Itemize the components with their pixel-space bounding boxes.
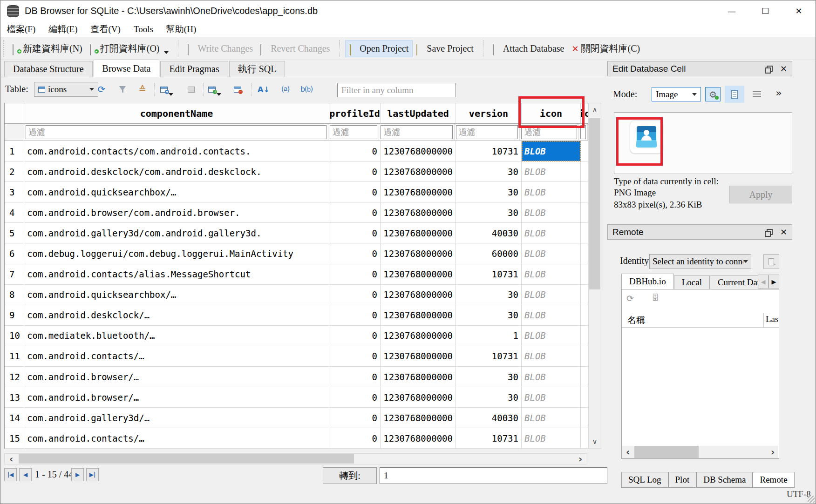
scroll-left-icon[interactable]: ‹	[5, 454, 18, 464]
cell-version[interactable]: 30	[456, 305, 522, 326]
cell-profileId[interactable]: 0	[329, 367, 381, 387]
column-header-componentName[interactable]: componentName	[24, 103, 329, 124]
apply-button[interactable]: Apply	[729, 186, 792, 203]
cell-profileId[interactable]: 0	[329, 243, 381, 264]
scroll-right-icon[interactable]: ›	[574, 454, 587, 464]
cell-icon[interactable]: BLOB	[522, 285, 581, 305]
filter-input[interactable]	[330, 125, 378, 139]
cell-icon[interactable]: BLOB	[522, 387, 581, 408]
vertical-scroll-thumb[interactable]	[589, 118, 600, 289]
filter-input[interactable]	[456, 125, 518, 139]
remote-horizontal-scrollbar[interactable]: ‹ ›	[622, 446, 778, 458]
tab-edit-pragmas[interactable]: Edit Pragmas	[160, 61, 228, 77]
cell-lastUpdated[interactable]: 1230768000000	[381, 182, 456, 202]
cell-version[interactable]: 10731	[456, 346, 522, 367]
word-wrap-button[interactable]	[749, 87, 764, 101]
cell-componentName[interactable]: com.android.gallery3d/com.android.galler…	[24, 223, 329, 243]
row-number[interactable]: 1	[5, 141, 24, 161]
column-header-version[interactable]: version	[456, 103, 522, 124]
cell-profileId[interactable]: 0	[329, 326, 381, 346]
print-button[interactable]	[183, 82, 199, 97]
cell-version[interactable]: 60000	[456, 243, 522, 264]
cell-icon[interactable]: BLOB	[522, 161, 581, 182]
row-number[interactable]: 8	[5, 285, 24, 305]
dock-tab-db-schema[interactable]: DB Schema	[696, 472, 753, 488]
horizontal-scroll-thumb[interactable]	[19, 454, 354, 464]
revert-changes-button[interactable]: Revert Changes	[257, 40, 333, 57]
row-number[interactable]: 15	[5, 428, 24, 449]
cell-icon[interactable]: BLOB	[522, 326, 581, 346]
cell-lastUpdated[interactable]: 1230768000000	[381, 367, 456, 387]
cell-componentName[interactable]: com.android.contacts/alias.MessageShortc…	[24, 264, 329, 285]
cell-version[interactable]: 10731	[456, 428, 522, 449]
write-changes-button[interactable]: Write Changes	[184, 40, 257, 57]
cell-lastUpdated[interactable]: 1230768000000	[381, 141, 456, 161]
menu-edit[interactable]: 編輯(E)	[42, 22, 84, 36]
cell-icon[interactable]: BLOB	[522, 408, 581, 428]
cell-profileId[interactable]: 0	[329, 161, 381, 182]
text-mode-button[interactable]	[725, 86, 744, 103]
cell-componentName[interactable]: com.android.gallery3d/…	[24, 408, 329, 428]
cell-lastUpdated[interactable]: 1230768000000	[381, 326, 456, 346]
remote-scroll-thumb[interactable]	[634, 446, 699, 458]
open-project-button[interactable]: Open Project	[345, 40, 413, 57]
goto-record-input[interactable]	[380, 467, 607, 484]
float-panel-icon[interactable]	[767, 229, 773, 235]
cell-componentName[interactable]: com.android.deskclock/com.android.deskcl…	[24, 161, 329, 182]
cell-version[interactable]: 30	[456, 202, 522, 223]
dock-tab-plot[interactable]: Plot	[668, 472, 697, 488]
tab-browse-data[interactable]: Browse Data	[94, 60, 160, 77]
previous-record-button[interactable]: ◀	[19, 468, 32, 481]
cell-version[interactable]: 40030	[456, 408, 522, 428]
cell-icon[interactable]: BLOB	[522, 305, 581, 326]
resize-grip-icon[interactable]	[808, 496, 815, 503]
cell-componentName[interactable]: com.mediatek.bluetooth/…	[24, 326, 329, 346]
cell-componentName[interactable]: com.debug.loggerui/com.debug.loggerui.Ma…	[24, 243, 329, 264]
encoding-b-button[interactable]: b⒝	[299, 82, 314, 97]
filter-input[interactable]	[381, 125, 452, 139]
cell-componentName[interactable]: com.android.contacts/…	[24, 346, 329, 367]
cell-profileId[interactable]: 0	[329, 346, 381, 367]
tab-scroll-left-icon[interactable]: ◀	[758, 275, 768, 289]
column-header-profileId[interactable]: profileId	[329, 103, 381, 124]
refresh-icon[interactable]: ⟳	[626, 293, 634, 303]
row-number[interactable]: 10	[5, 326, 24, 346]
cell-icon[interactable]: BLOB	[522, 243, 581, 264]
tab-dbhub[interactable]: DBHub.io	[621, 274, 674, 289]
corner-header[interactable]	[5, 103, 24, 124]
next-record-button[interactable]: ▶	[71, 468, 84, 481]
cell-version[interactable]: 30	[456, 285, 522, 305]
close-button[interactable]: ✕	[782, 0, 816, 21]
clear-filters-button[interactable]: ≙	[135, 82, 150, 97]
row-number[interactable]: 4	[5, 202, 24, 223]
cell-componentName[interactable]: com.android.browser/…	[24, 367, 329, 387]
cell-profileId[interactable]: 0	[329, 428, 381, 449]
cell-lastUpdated[interactable]: 1230768000000	[381, 285, 456, 305]
table-select[interactable]: icons	[34, 82, 98, 97]
table-vertical-scrollbar[interactable]: ∧ ∨	[588, 103, 601, 449]
cell-profileId[interactable]: 0	[329, 202, 381, 223]
cell-version[interactable]: 10731	[456, 264, 522, 285]
sort-az-button[interactable]: A↓	[256, 82, 272, 97]
table-horizontal-scrollbar[interactable]: ‹ ›	[4, 453, 587, 464]
cell-icon[interactable]: BLOB	[522, 264, 581, 285]
cell-componentName[interactable]: com.android.quicksearchbox/…	[24, 285, 329, 305]
import-export-button[interactable]: ⚙	[705, 87, 721, 101]
scroll-right-icon[interactable]: ›	[767, 446, 778, 458]
cell-profileId[interactable]: 0	[329, 264, 381, 285]
more-tools-button[interactable]: »	[771, 86, 786, 100]
cell-icon[interactable]: BLOB	[522, 223, 581, 243]
cell-version[interactable]: 30	[456, 367, 522, 387]
identity-settings-button[interactable]	[763, 254, 779, 269]
cell-componentName[interactable]: com.android.contacts/com.android.contact…	[24, 141, 329, 161]
tab-database-structure[interactable]: Database Structure	[4, 61, 93, 77]
open-database-dropdown-icon[interactable]	[164, 51, 169, 54]
cell-lastUpdated[interactable]: 1230768000000	[381, 202, 456, 223]
cell-componentName[interactable]: com.android.browser/com.android.browser.	[24, 202, 329, 223]
scroll-up-icon[interactable]: ∧	[589, 103, 601, 116]
cell-icon[interactable]: BLOB	[522, 202, 581, 223]
tab-current-database[interactable]: Current Dat	[710, 276, 761, 289]
dock-tab-remote[interactable]: Remote	[753, 472, 794, 488]
menu-help[interactable]: 幫助(H)	[160, 22, 203, 36]
cell-componentName[interactable]: com.android.contacts/…	[24, 428, 329, 449]
